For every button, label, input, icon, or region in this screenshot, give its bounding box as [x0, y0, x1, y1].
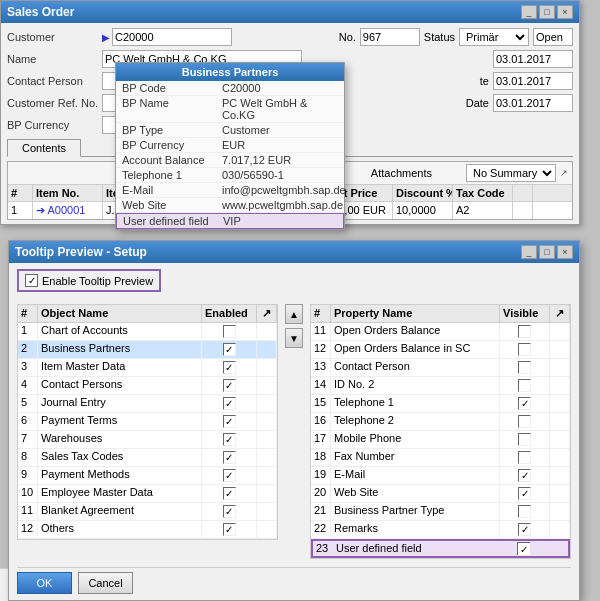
rr-check-23[interactable]: ✓ [498, 541, 548, 556]
col-tax: Tax Code [453, 185, 513, 201]
lr-check-9[interactable]: ✓ [202, 467, 257, 485]
enable-checkbox[interactable]: ✓ [25, 274, 38, 287]
tooltip-key-2: BP Name [122, 97, 222, 121]
tooltip-val-2: PC Welt GmbH & Co.KG [222, 97, 338, 121]
rr-check-22[interactable]: ✓ [500, 521, 550, 539]
ok-button[interactable]: OK [17, 572, 72, 594]
rr-check-12[interactable] [500, 341, 550, 359]
lr-check-12[interactable]: ✓ [202, 521, 257, 539]
rr-name-16: Telephone 2 [331, 413, 500, 431]
right-row-16[interactable]: 16 Telephone 2 [311, 413, 570, 431]
lr-check-8[interactable]: ✓ [202, 449, 257, 467]
status-value[interactable] [533, 28, 573, 46]
left-row-9[interactable]: 9 Payment Methods ✓ [18, 467, 277, 485]
left-row-2[interactable]: 2 Business Partners ✓ [18, 341, 277, 359]
left-row-10[interactable]: 10 Employee Master Data ✓ [18, 485, 277, 503]
left-row-4[interactable]: 4 Contact Persons ✓ [18, 377, 277, 395]
tooltip-val-5: 7.017,12 EUR [222, 154, 291, 166]
lh-enabled: Enabled [202, 305, 257, 322]
rr-check-19[interactable]: ✓ [500, 467, 550, 485]
right-row-23[interactable]: 23 User defined field ✓ [311, 539, 570, 558]
right-row-14[interactable]: 14 ID No. 2 [311, 377, 570, 395]
lr-check-4[interactable]: ✓ [202, 377, 257, 395]
lr-name-2: Business Partners [38, 341, 202, 359]
rr-name-21: Business Partner Type [331, 503, 500, 521]
left-panel: # Object Name Enabled ↗ 1 Chart of Accou… [17, 304, 278, 540]
lr-check-3[interactable]: ✓ [202, 359, 257, 377]
status-select[interactable]: Primär [459, 28, 529, 46]
move-down-button[interactable]: ▼ [285, 328, 303, 348]
no-input[interactable] [360, 28, 420, 46]
left-row-5[interactable]: 5 Journal Entry ✓ [18, 395, 277, 413]
lr-check-7[interactable]: ✓ [202, 431, 257, 449]
summary-select[interactable]: No Summary [466, 164, 556, 182]
lr-name-11: Blanket Agreement [38, 503, 202, 521]
right-row-13[interactable]: 13 Contact Person [311, 359, 570, 377]
left-row-3[interactable]: 3 Item Master Data ✓ [18, 359, 277, 377]
lr-check-6[interactable]: ✓ [202, 413, 257, 431]
close-button[interactable]: × [557, 5, 573, 19]
right-row-17[interactable]: 17 Mobile Phone [311, 431, 570, 449]
rr-num-13: 13 [311, 359, 331, 377]
rr-check-16[interactable] [500, 413, 550, 431]
rr-check-13[interactable] [500, 359, 550, 377]
date3-input[interactable] [493, 94, 573, 112]
setup-maximize[interactable]: □ [539, 245, 555, 259]
left-row-11[interactable]: 11 Blanket Agreement ✓ [18, 503, 277, 521]
lr-check-2[interactable]: ✓ [202, 341, 257, 359]
rr-check-18[interactable] [500, 449, 550, 467]
setup-close[interactable]: × [557, 245, 573, 259]
col-extra [513, 185, 533, 201]
customer-input[interactable] [112, 28, 232, 46]
tooltip-val-1: C20000 [222, 82, 261, 94]
titlebar-buttons: _ □ × [521, 5, 573, 19]
right-row-19[interactable]: 19 E-Mail ✓ [311, 467, 570, 485]
expand-icon[interactable]: ↗ [560, 168, 568, 178]
tooltip-val-3: Customer [222, 124, 270, 136]
right-row-21[interactable]: 21 Business Partner Type [311, 503, 570, 521]
right-row-20[interactable]: 20 Web Site ✓ [311, 485, 570, 503]
rr-check-21[interactable] [500, 503, 550, 521]
rh-expand[interactable]: ↗ [550, 305, 570, 322]
left-row-7[interactable]: 7 Warehouses ✓ [18, 431, 277, 449]
tooltip-key-9: User defined field [123, 215, 223, 227]
lr-check-10[interactable]: ✓ [202, 485, 257, 503]
rr-check-17[interactable] [500, 431, 550, 449]
tab-contents[interactable]: Contents [7, 139, 81, 157]
left-row-1[interactable]: 1 Chart of Accounts [18, 323, 277, 341]
right-row-11[interactable]: 11 Open Orders Balance [311, 323, 570, 341]
left-row-6[interactable]: 6 Payment Terms ✓ [18, 413, 277, 431]
tooltip-val-9: VIP [223, 215, 241, 227]
lr-check-5[interactable]: ✓ [202, 395, 257, 413]
tooltip-row-9: User defined field VIP [116, 213, 344, 229]
right-row-12[interactable]: 12 Open Orders Balance in SC [311, 341, 570, 359]
tooltip-row-8: Web Site www.pcweltgmbh.sap.de [116, 198, 344, 213]
rh-visible: Visible [500, 305, 550, 322]
right-row-15[interactable]: 15 Telephone 1 ✓ [311, 395, 570, 413]
lh-expand[interactable]: ↗ [257, 305, 277, 322]
rr-name-18: Fax Number [331, 449, 500, 467]
move-up-button[interactable]: ▲ [285, 304, 303, 324]
lr-num-3: 3 [18, 359, 38, 377]
left-row-8[interactable]: 8 Sales Tax Codes ✓ [18, 449, 277, 467]
rr-check-15[interactable]: ✓ [500, 395, 550, 413]
status-label: Status [424, 31, 455, 43]
left-row-12[interactable]: 12 Others ✓ [18, 521, 277, 539]
tooltip-val-6: 030/56590-1 [222, 169, 284, 181]
maximize-button[interactable]: □ [539, 5, 555, 19]
setup-cancel-button[interactable]: Cancel [78, 572, 133, 594]
lr-check-11[interactable]: ✓ [202, 503, 257, 521]
attachments-label: Attachments [371, 167, 432, 179]
rr-check-20[interactable]: ✓ [500, 485, 550, 503]
rr-check-11[interactable] [500, 323, 550, 341]
rr-check-14[interactable] [500, 377, 550, 395]
right-row-22[interactable]: 22 Remarks ✓ [311, 521, 570, 539]
date1-input[interactable] [493, 50, 573, 68]
rr-name-23: User defined field [333, 541, 498, 556]
right-row-18[interactable]: 18 Fax Number [311, 449, 570, 467]
setup-minimize[interactable]: _ [521, 245, 537, 259]
minimize-button[interactable]: _ [521, 5, 537, 19]
lr-check-1[interactable] [202, 323, 257, 341]
tooltip-key-5: Account Balance [122, 154, 222, 166]
date2-input[interactable] [493, 72, 573, 90]
